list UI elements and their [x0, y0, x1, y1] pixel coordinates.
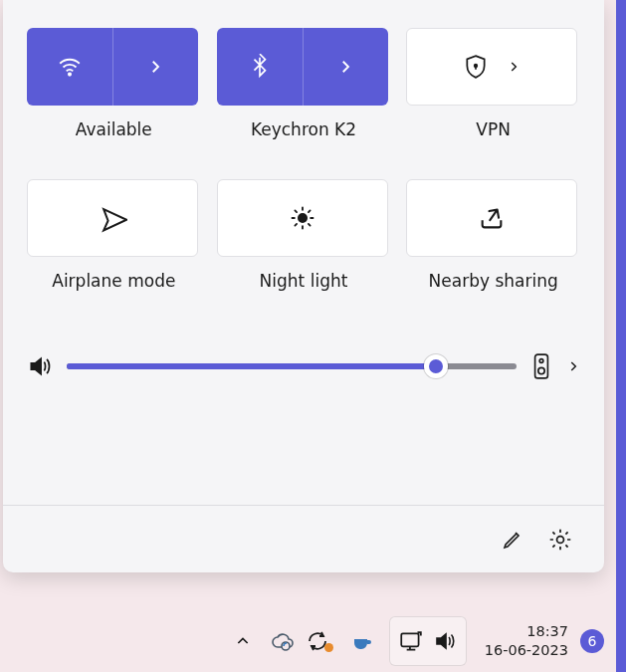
brightness-icon: [289, 204, 316, 232]
onedrive-tray-icon[interactable]: [264, 619, 302, 663]
nightlight-tile[interactable]: [217, 179, 388, 257]
vpn-shield-icon: [463, 54, 489, 80]
divider: [303, 28, 304, 106]
pencil-icon: [501, 528, 524, 552]
taskbar-clock[interactable]: 18:37 16-06-2023: [485, 622, 568, 660]
audio-output-icon[interactable]: [530, 352, 552, 380]
notification-count: 6: [588, 633, 597, 649]
bluetooth-tile[interactable]: [217, 28, 388, 106]
svg-point-0: [69, 74, 71, 76]
clock-date: 16-06-2023: [485, 641, 568, 660]
chevron-right-icon: [336, 58, 354, 76]
window-edge: [616, 0, 626, 672]
svg-point-5: [538, 367, 544, 373]
chevron-right-icon: [146, 58, 164, 76]
wifi-tile-group: Available: [27, 28, 201, 139]
svg-rect-8: [401, 633, 418, 646]
vpn-label: VPN: [406, 119, 580, 139]
panel-footer: [3, 505, 604, 572]
settings-button[interactable]: [540, 520, 580, 560]
svg-point-4: [539, 359, 543, 363]
share-icon: [478, 204, 506, 232]
nightlight-tile-group: Night light: [217, 179, 391, 291]
speaker-icon: [433, 629, 457, 653]
airplane-label: Airplane mode: [27, 271, 201, 291]
volume-tray-icon[interactable]: [428, 619, 462, 663]
chevron-right-icon[interactable]: [566, 359, 580, 373]
wifi-icon: [57, 54, 83, 80]
svg-point-6: [557, 536, 564, 543]
quick-settings-panel: Available Keychron K2: [3, 0, 604, 572]
wifi-toggle[interactable]: [27, 54, 112, 80]
speaker-icon[interactable]: [27, 353, 53, 379]
notification-badge[interactable]: 6: [580, 629, 604, 653]
airplane-icon: [98, 203, 127, 233]
taskbar: 18:37 16-06-2023 6: [0, 610, 616, 672]
system-tray-group[interactable]: [389, 616, 467, 666]
volume-fill: [67, 363, 436, 369]
bluetooth-icon: [249, 54, 271, 80]
caffeine-tray-icon[interactable]: [343, 619, 381, 663]
wifi-label: Available: [27, 119, 201, 139]
volume-slider[interactable]: [67, 363, 517, 369]
airplane-tile[interactable]: [27, 179, 198, 257]
chevron-up-icon: [235, 633, 251, 649]
bluetooth-tile-group: Keychron K2: [217, 28, 391, 139]
wifi-tile[interactable]: [27, 28, 198, 106]
edit-button[interactable]: [493, 520, 532, 560]
bluetooth-label: Keychron K2: [217, 119, 391, 139]
update-dot-icon: [324, 643, 333, 652]
clock-time: 18:37: [485, 622, 568, 641]
airplane-tile-group: Airplane mode: [27, 179, 201, 291]
volume-row: [27, 352, 580, 380]
tile-grid: Available Keychron K2: [27, 28, 580, 291]
vpn-tile-group: VPN: [406, 28, 580, 139]
nearby-label: Nearby sharing: [406, 271, 580, 291]
divider: [112, 28, 113, 106]
tray-overflow-button[interactable]: [224, 619, 262, 663]
network-tray-icon[interactable]: [394, 619, 428, 663]
nightlight-label: Night light: [217, 271, 391, 291]
svg-point-2: [299, 214, 307, 222]
nearby-tile[interactable]: [406, 179, 577, 257]
chevron-right-icon: [507, 60, 521, 74]
cloud-icon: [271, 629, 295, 653]
volume-thumb[interactable]: [424, 354, 448, 378]
coffee-icon: [350, 629, 374, 653]
gear-icon: [547, 527, 573, 553]
vpn-tile[interactable]: [406, 28, 577, 106]
monitor-icon: [398, 628, 424, 654]
wifi-expand[interactable]: [112, 58, 198, 76]
nearby-tile-group: Nearby sharing: [406, 179, 580, 291]
svg-point-1: [475, 65, 478, 68]
bluetooth-toggle[interactable]: [217, 54, 303, 80]
bluetooth-expand[interactable]: [303, 58, 388, 76]
update-tray-icon[interactable]: [304, 619, 341, 663]
